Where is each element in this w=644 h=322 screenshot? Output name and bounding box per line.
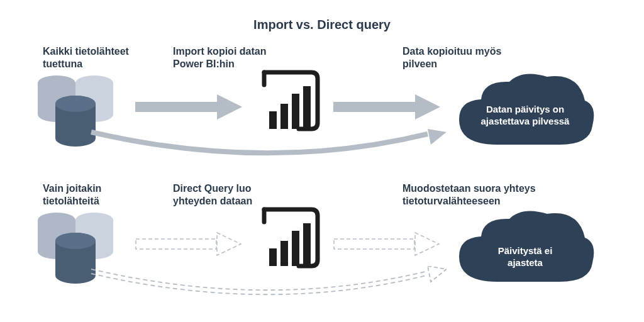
svg-point-28 xyxy=(55,233,96,249)
arrow-right-icon xyxy=(333,94,440,119)
powerbi-icon xyxy=(252,66,327,135)
arrow-right-dashed-icon xyxy=(135,231,242,257)
powerbi-icon xyxy=(252,203,327,272)
svg-rect-33 xyxy=(292,231,299,266)
cloud-icon: Päivitystä ei ajasteta xyxy=(453,206,597,294)
dq-cloud-text: Päivitystä ei ajasteta xyxy=(487,245,563,269)
arrow-right-dashed-icon xyxy=(333,231,440,257)
svg-rect-13 xyxy=(280,104,288,129)
dq-dest-label: Muodostetaan suora yhteys tietoturvaläht… xyxy=(402,182,566,208)
svg-rect-14 xyxy=(292,94,299,129)
svg-marker-11 xyxy=(217,94,242,119)
svg-rect-35 xyxy=(334,239,414,249)
svg-rect-32 xyxy=(280,241,288,266)
svg-rect-31 xyxy=(269,248,277,266)
import-dest-label: Data kopioituu myös pilveen xyxy=(402,45,516,70)
svg-point-9 xyxy=(55,96,96,112)
import-cloud-text: Datan päivitys on ajastettava pilvessä xyxy=(478,104,572,128)
svg-marker-37 xyxy=(428,266,447,282)
import-sources-label: Kaikki tietolähteet tuettuna xyxy=(43,45,156,70)
svg-rect-34 xyxy=(303,223,311,266)
curved-arrow-dashed-icon xyxy=(88,266,447,304)
svg-rect-29 xyxy=(136,239,216,249)
svg-marker-36 xyxy=(415,233,439,255)
svg-rect-10 xyxy=(135,102,217,112)
svg-rect-12 xyxy=(269,111,277,129)
cloud-icon: Datan päivitys on ajastettava pilvessä xyxy=(453,69,597,157)
curved-arrow-icon xyxy=(88,129,447,167)
svg-marker-18 xyxy=(428,129,447,145)
dq-sources-label: Vain joitakin tietolähteitä xyxy=(43,182,143,208)
diagram-title: Import vs. Direct query xyxy=(0,18,644,32)
arrow-right-icon xyxy=(135,94,242,119)
svg-rect-16 xyxy=(333,102,415,112)
svg-marker-30 xyxy=(217,233,241,255)
svg-rect-15 xyxy=(303,86,311,129)
svg-marker-17 xyxy=(415,94,440,119)
